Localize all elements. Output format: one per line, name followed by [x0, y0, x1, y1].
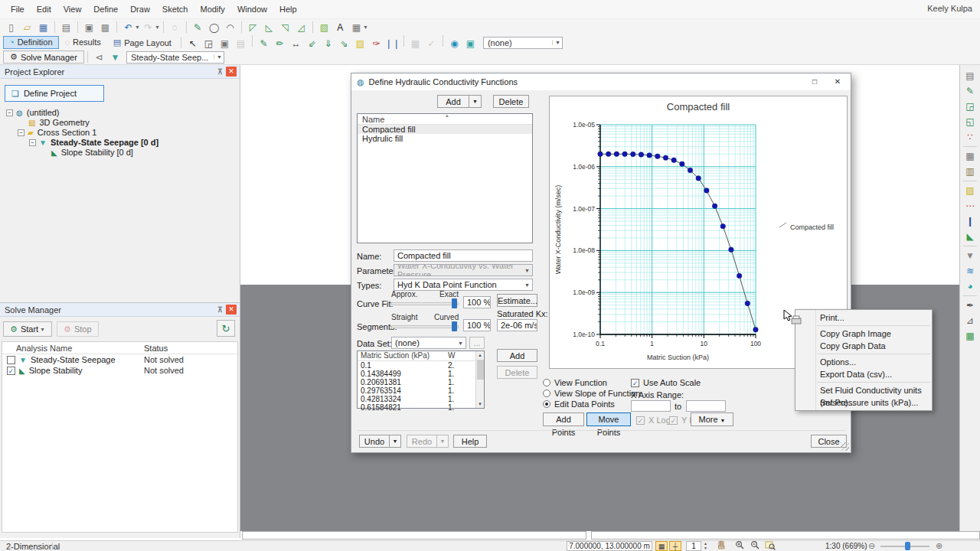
- data-point-row[interactable]: 0.428133241.: [358, 395, 484, 403]
- sheet-icon-dropdown[interactable]: ▼: [363, 24, 368, 30]
- draw-arc-icon[interactable]: ◠: [223, 21, 237, 34]
- data-point[interactable]: [671, 158, 676, 162]
- tree-expander-icon[interactable]: −: [29, 139, 36, 146]
- rail-region-icon[interactable]: ◲: [962, 99, 978, 113]
- zoom-object-icon[interactable]: ◲: [201, 37, 216, 50]
- data-point[interactable]: [696, 176, 701, 181]
- analysis-row[interactable]: ✓◣Slope StabilityNot solved: [2, 365, 237, 376]
- tree-item[interactable]: −◍(untitled): [3, 108, 236, 117]
- notes-icon[interactable]: ▤: [234, 37, 248, 50]
- pointer-icon[interactable]: ↖: [185, 37, 200, 50]
- new-file-icon[interactable]: ▯: [4, 21, 18, 34]
- scroll-down-icon[interactable]: ▼: [476, 400, 484, 408]
- rail-water-icon[interactable]: ≋: [962, 264, 978, 278]
- refresh-analyses-button[interactable]: ↻: [217, 320, 235, 337]
- analysis-checkbox[interactable]: ✓: [7, 367, 15, 375]
- rail-mound-icon[interactable]: ◕: [962, 279, 978, 293]
- pin-icon[interactable]: ⊼: [217, 67, 223, 76]
- zoom-in-icon[interactable]: [733, 540, 746, 550]
- tree-item[interactable]: ▧3D Geometry: [3, 118, 236, 127]
- menu-sketch[interactable]: Sketch: [156, 2, 194, 16]
- data-point[interactable]: [753, 328, 758, 332]
- data-point[interactable]: [729, 247, 733, 252]
- menu-file[interactable]: File: [5, 2, 31, 16]
- curve-fit-slider-thumb[interactable]: [452, 298, 457, 308]
- data-point-row[interactable]: 0.206913811.: [358, 378, 484, 386]
- region-move-icon[interactable]: ◹: [278, 21, 292, 34]
- menu-window[interactable]: Window: [231, 2, 273, 16]
- rail-sketch-icon[interactable]: ✎: [962, 84, 978, 98]
- show-analyses-icon[interactable]: ⊲: [92, 51, 106, 64]
- rail-columns-icon[interactable]: ▥: [962, 165, 978, 178]
- move-points-button[interactable]: Move Points: [586, 412, 631, 426]
- data-set-dropdown[interactable]: (none)▼: [391, 337, 466, 349]
- select-region-icon[interactable]: ◌: [168, 21, 182, 34]
- draw-width-icon[interactable]: ↔: [289, 37, 303, 50]
- draw-lines-icon[interactable]: ✏: [273, 37, 287, 50]
- scroll-up-icon[interactable]: ▲: [476, 351, 484, 359]
- sheet-icon[interactable]: ▦: [349, 21, 364, 34]
- draw-materials-icon[interactable]: ▨: [353, 37, 368, 50]
- flow-globe-icon[interactable]: ◉: [447, 37, 462, 50]
- rail-sketch-axes-icon[interactable]: ∵: [962, 130, 978, 144]
- use-auto-scale-checkbox[interactable]: ✓Use Auto Scale: [631, 378, 701, 387]
- redo-icon-dropdown[interactable]: ▼: [155, 24, 160, 30]
- column-header-w[interactable]: W: [448, 351, 465, 360]
- analysis-filter-dropdown[interactable]: (none)▼: [483, 37, 563, 49]
- close-icon[interactable]: ✕: [226, 305, 237, 315]
- radio-view-function[interactable]: View Function: [543, 378, 607, 387]
- solve-manager-toggle-button[interactable]: ⚙ Solve Manager: [3, 51, 84, 64]
- context-menu-item[interactable]: Print...: [795, 311, 932, 324]
- rail-notes-icon[interactable]: ▤: [962, 69, 978, 83]
- tree-expander-icon[interactable]: −: [6, 109, 13, 116]
- context-menu-item[interactable]: Copy Graph Image: [795, 328, 932, 340]
- tree-item[interactable]: −▼Steady-State Seepage [0 d]: [3, 138, 236, 147]
- data-point[interactable]: [737, 273, 741, 278]
- snap-value-input[interactable]: 1: [686, 541, 701, 551]
- undo-button[interactable]: Undo: [359, 435, 390, 448]
- zoom-plus-icon[interactable]: ⊕: [936, 541, 942, 551]
- curve-fit-value[interactable]: 100 %: [463, 296, 491, 308]
- data-point[interactable]: [720, 223, 725, 228]
- open-file-icon[interactable]: ▱: [20, 21, 34, 34]
- data-point[interactable]: [663, 155, 668, 160]
- region-split-icon[interactable]: ◸: [246, 21, 260, 34]
- maximize-button[interactable]: □: [803, 73, 826, 90]
- types-dropdown[interactable]: Hyd K Data Point Function▼: [394, 279, 533, 291]
- data-point-row[interactable]: 0.12.: [358, 361, 484, 370]
- data-point[interactable]: [631, 152, 635, 156]
- definition-button[interactable]: ◔Definition: [3, 36, 59, 49]
- rail-region-dot-icon[interactable]: ◱: [962, 115, 978, 129]
- context-menu-item[interactable]: Copy Graph Data: [795, 340, 932, 352]
- segments-slider[interactable]: [391, 325, 459, 328]
- pan-hand-icon[interactable]: [715, 540, 727, 550]
- rail-label-icon[interactable]: ✒: [962, 298, 978, 312]
- analysis-selector-dropdown[interactable]: Steady-State Seep...▼: [126, 51, 224, 64]
- help-button[interactable]: Help: [453, 435, 487, 448]
- radio-edit-data-points[interactable]: Edit Data Points: [543, 399, 615, 409]
- radio-view-slope-of-function[interactable]: View Slope of Function: [543, 389, 640, 398]
- rail-grid-icon[interactable]: ▦: [962, 149, 978, 163]
- draw-kfn-icon[interactable]: ✑: [369, 37, 384, 50]
- menu-view[interactable]: View: [57, 2, 88, 16]
- data-point[interactable]: [704, 188, 709, 193]
- start-button[interactable]: ⚙ Start ▼: [3, 321, 52, 337]
- draw-pin-icon[interactable]: ✎: [191, 21, 205, 34]
- dialog-close-icon[interactable]: ✕: [826, 73, 849, 90]
- data-point-row[interactable]: 0.297635141.: [358, 386, 484, 395]
- snap-toggle-icon[interactable]: ┼: [669, 541, 681, 551]
- add-function-button[interactable]: Add: [437, 95, 469, 108]
- draw-graph-icon[interactable]: ❘❘: [385, 37, 400, 50]
- data-point[interactable]: [688, 168, 692, 172]
- rail-materials-icon[interactable]: ▨: [962, 184, 978, 197]
- rail-seepage-icon[interactable]: ▼: [962, 249, 978, 262]
- menu-define[interactable]: Define: [87, 2, 124, 16]
- redo-button[interactable]: Redo: [407, 435, 437, 448]
- region-merge-icon[interactable]: ◺: [262, 21, 276, 34]
- verify-icon[interactable]: ✓: [424, 37, 439, 50]
- browse-data-set-button[interactable]: ...: [469, 337, 485, 349]
- zoom-window-icon[interactable]: [764, 540, 776, 550]
- results-button[interactable]: ◌Results: [59, 36, 107, 49]
- scrollbar-thumb[interactable]: [477, 360, 484, 380]
- data-point[interactable]: [712, 204, 717, 208]
